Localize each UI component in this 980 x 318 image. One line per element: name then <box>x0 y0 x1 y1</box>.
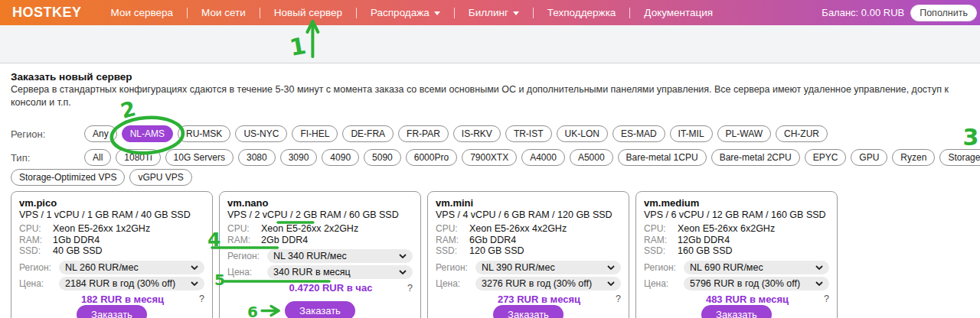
card-subtitle: VPS / 4 vCPU / 6 GB RAM / 120 GB SSD <box>436 209 612 221</box>
chevron-down-icon <box>607 265 615 270</box>
nav-divider <box>454 8 455 18</box>
region-pills: Any NL-AMS RU-MSK US-NYC FI-HEL DE-FRA F… <box>84 125 828 142</box>
type-pill[interactable]: GPU <box>851 149 887 166</box>
hostkey-logo[interactable]: HOSTKEY <box>12 5 82 21</box>
type-pill[interactable]: 7900XTX <box>462 149 517 166</box>
page-description: Сервера в стандартных конфигурациях сдаю… <box>11 83 980 109</box>
region-pill[interactable]: FR-PAR <box>398 125 449 142</box>
spec-row-ram: RAM:12Gb DDR4 <box>644 235 829 246</box>
help-icon[interactable]: ? <box>191 294 204 304</box>
nav-divider <box>187 8 188 18</box>
spec-row-ram: RAM:2Gb DDR4 <box>227 235 413 246</box>
price-select-row: Цена: 3276 RUR в год (30% off) <box>436 277 621 290</box>
topup-button[interactable]: Пополнить <box>910 5 977 21</box>
nav-item-docs[interactable]: Документация <box>641 5 716 20</box>
vm-nano-ram-value: 2Gb DDR4 <box>261 235 308 246</box>
price-select[interactable]: 5796 RUR в год (30% off) <box>684 277 829 290</box>
order-panel: Заказать новый сервер Сервера в стандарт… <box>0 63 980 318</box>
region-select[interactable]: NL 390 RUR/мес <box>475 261 621 274</box>
region-pill-selected[interactable]: NL-AMS <box>122 125 173 142</box>
type-pill[interactable]: 4090 <box>322 149 359 166</box>
type-pill[interactable]: vGPU VPS <box>129 169 191 186</box>
region-pill[interactable]: US-NYC <box>235 125 287 142</box>
monthly-price: 483 RUR в месяц <box>679 294 815 305</box>
nav-divider <box>533 8 534 18</box>
region-select-row: Регион: NL 340 RUR/мес <box>227 249 413 263</box>
type-pill[interactable]: 3080 <box>238 149 276 166</box>
nav-item-sale[interactable]: Распродажа <box>368 5 443 20</box>
nav-item-my-networks[interactable]: Мои сети <box>198 5 249 20</box>
order-button[interactable]: Заказать <box>493 305 564 318</box>
region-select[interactable]: NL 260 RUR/мес <box>59 261 204 274</box>
vm-nano-order-button[interactable]: Заказать <box>285 301 355 318</box>
card-title: vm.pico <box>19 197 204 209</box>
price-select[interactable]: 340 RUR в месяц <box>267 265 413 279</box>
type-pill[interactable]: 10G Servers <box>165 149 234 166</box>
region-pill[interactable]: CH-ZUR <box>776 125 828 142</box>
type-pills-row2: Storage-Optimized VPS vGPU VPS <box>11 169 980 186</box>
region-select[interactable]: NL 690 RUR/мес <box>684 261 829 274</box>
card-subtitle: VPS / 1 vCPU / 1 GB RAM / 40 GB SSD <box>19 209 191 221</box>
region-select[interactable]: NL 340 RUR/мес <box>267 249 413 263</box>
order-button[interactable]: Заказать <box>701 305 772 318</box>
topbar: HOSTKEY Мои сервера Мои сети Новый серве… <box>0 0 980 25</box>
help-icon[interactable]: ? <box>607 294 621 304</box>
type-pill[interactable]: 1080Ti <box>116 149 160 166</box>
nav-item-support[interactable]: Техподдержка <box>544 5 619 20</box>
server-card-vm-nano: vm.nano VPS / 2 vCPU / 2 GB RAM / 60 GB … <box>219 191 421 318</box>
region-pill[interactable]: RU-MSK <box>178 125 230 142</box>
server-card-vm-pico: vm.pico VPS / 1 vCPU / 1 GB RAM / 40 GB … <box>11 191 213 318</box>
type-pill[interactable]: 6000Pro <box>406 149 457 166</box>
type-pill[interactable]: A4000 <box>521 149 565 166</box>
region-pill[interactable]: UK-LON <box>557 125 608 142</box>
price-select[interactable]: 2184 RUR в год (30% off) <box>59 277 204 290</box>
type-pill[interactable]: Storage-Optimized VPS <box>11 169 125 186</box>
region-select-row: Регион: NL 390 RUR/мес <box>436 261 621 274</box>
type-pill[interactable]: A5000 <box>570 149 613 166</box>
price-select[interactable]: 3276 RUR в год (30% off) <box>475 277 621 290</box>
type-pill[interactable]: 5090 <box>364 149 401 166</box>
type-pill[interactable]: Bare-metal 2CPU <box>711 149 800 166</box>
region-pill[interactable]: IT-MIL <box>670 125 713 142</box>
vm-nano-price-row: Цена: 340 RUR в месяц <box>227 265 413 279</box>
type-filter-row: Тип: All 1080Ti 10G Servers 3080 3090 40… <box>11 149 980 166</box>
nav-item-my-servers[interactable]: Мои сервера <box>108 5 177 20</box>
chevron-down-icon <box>815 265 823 270</box>
help-icon[interactable]: ? <box>399 283 413 294</box>
region-pill[interactable]: FI-HEL <box>292 125 338 142</box>
hourly-price: 0.4720 RUR в час <box>263 282 399 294</box>
caret-down-icon <box>434 11 440 15</box>
type-pill[interactable]: Storage <box>939 149 980 166</box>
region-pill[interactable]: ES-MAD <box>612 125 665 142</box>
region-filter-row: Регион: Any NL-AMS RU-MSK US-NYC FI-HEL … <box>11 125 980 142</box>
caret-down-icon <box>513 11 519 15</box>
nav-item-billing[interactable]: Биллинг <box>466 5 522 20</box>
nav-item-new-server[interactable]: Новый сервер <box>271 5 345 20</box>
nav-divider <box>629 8 630 18</box>
page-title: Заказать новый сервер <box>11 70 980 83</box>
region-pill[interactable]: DE-FRA <box>342 125 394 142</box>
region-pill[interactable]: TR-IST <box>505 125 552 142</box>
region-select-row: Регион: NL 690 RUR/мес <box>644 261 829 274</box>
order-button[interactable]: Заказать <box>77 305 147 318</box>
type-pill[interactable]: EPYC <box>805 149 847 166</box>
type-pill[interactable]: Ryzen <box>892 149 935 166</box>
region-pill[interactable]: Any <box>84 125 117 142</box>
type-pill[interactable]: All <box>84 149 111 166</box>
card-title: vm.nano <box>227 197 413 209</box>
nav-divider <box>260 8 260 18</box>
main-nav: Мои сервера Мои сети Новый сервер Распро… <box>108 5 822 20</box>
type-filter-label: Тип: <box>11 149 84 164</box>
chevron-down-icon <box>191 281 198 286</box>
type-pill[interactable]: Bare-metal 1CPU <box>618 149 707 166</box>
type-pill[interactable]: 3090 <box>280 149 318 166</box>
spec-row-ram: RAM:1Gb DDR4 <box>19 235 204 246</box>
svg-text:1: 1 <box>288 32 309 61</box>
spec-row-ssd: SSD:120 GB SSD <box>436 245 621 257</box>
region-pill[interactable]: IS-RKV <box>453 125 501 142</box>
monthly-price: 182 RUR в месяц <box>54 294 191 305</box>
region-pill[interactable]: PL-WAW <box>717 125 771 142</box>
monthly-price: 273 RUR в месяц <box>471 294 607 305</box>
vm-nano-subtitle: VPS / 2 vCPU / 2 GB RAM / 60 GB SSD <box>227 209 399 221</box>
help-icon[interactable]: ? <box>815 294 829 304</box>
